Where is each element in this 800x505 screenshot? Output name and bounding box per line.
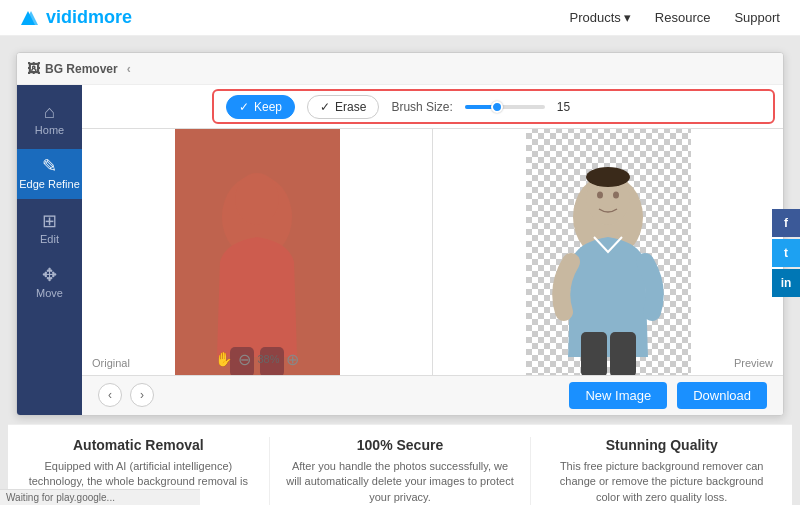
keep-button[interactable]: ✓ Keep [226,95,295,119]
feature-automatic-title: Automatic Removal [24,437,253,453]
nav-arrows: ‹ › [98,383,154,407]
home-icon: ⌂ [44,103,55,121]
social-bar: f t in [772,209,800,297]
logo: vididmore [20,7,132,29]
erase-button[interactable]: ✓ Erase [307,95,379,119]
main-inner: ⌂ Home ✎ Edge Refine ⊞ Edit ✥ Move [17,85,783,415]
facebook-button[interactable]: f [772,209,800,237]
logo-text: vididmore [46,7,132,28]
chevron-down-icon: ▾ [624,10,631,25]
original-image [175,129,340,375]
main-content: 🖼 BG Remover ‹ ⌂ Home ✎ Edge Refine [0,36,800,505]
back-icon: ‹ [127,62,131,76]
preview-label: Preview [734,357,773,369]
svg-point-10 [597,191,603,198]
feature-quality-desc: This free picture background remover can… [547,459,776,505]
header-nav: Products ▾ Resource Support [570,10,781,25]
edge-refine-icon: ✎ [42,157,57,175]
twitter-icon: t [784,246,788,260]
feature-quality: Stunning Quality This free picture backg… [531,437,792,505]
zoom-out-icon[interactable]: ⊖ [238,350,251,369]
linkedin-icon: in [781,276,792,290]
brush-slider-thumb [491,101,503,113]
sidebar-item-edit[interactable]: ⊞ Edit [17,204,82,253]
zoom-value: 38% [257,353,279,365]
sidebar-item-home[interactable]: ⌂ Home [17,95,82,144]
feature-secure-title: 100% Secure [286,437,515,453]
feature-secure: 100% Secure After you handle the photos … [270,437,532,505]
app-window: 🖼 BG Remover ‹ ⌂ Home ✎ Edge Refine [16,52,784,416]
original-panel: Original ✋ ⊖ 38% ⊕ [82,129,433,375]
erase-check-icon: ✓ [320,100,330,114]
linkedin-button[interactable]: in [772,269,800,297]
nav-resource[interactable]: Resource [655,10,711,25]
hand-icon[interactable]: ✋ [215,351,232,367]
bottom-bar: ‹ › New Image Download [82,375,783,415]
content-panel: ✓ Keep ✓ Erase Brush Size: [82,85,783,415]
svg-rect-13 [581,332,607,375]
prev-arrow-button[interactable]: ‹ [98,383,122,407]
next-arrow-button[interactable]: › [130,383,154,407]
canvas-area: Original ✋ ⊖ 38% ⊕ [82,129,783,375]
sidebar-item-edge-refine[interactable]: ✎ Edge Refine [17,149,82,199]
feature-quality-title: Stunning Quality [547,437,776,453]
check-icon: ✓ [239,100,249,114]
logo-icon [20,7,42,29]
twitter-button[interactable]: t [772,239,800,267]
brush-slider[interactable] [465,105,545,109]
original-label: Original [92,357,130,369]
status-bar: Waiting for play.google... [0,489,200,505]
svg-point-12 [586,167,630,187]
svg-rect-14 [610,332,636,375]
image-icon: 🖼 [27,61,40,76]
action-buttons: New Image Download [569,382,767,409]
move-icon: ✥ [42,266,57,284]
download-button[interactable]: Download [677,382,767,409]
bg-remover-label: 🖼 BG Remover ‹ [17,53,783,85]
nav-support[interactable]: Support [734,10,780,25]
preview-panel: Preview [433,129,783,375]
facebook-icon: f [784,216,788,230]
edit-icon: ⊞ [42,212,57,230]
svg-point-11 [613,191,619,198]
sidebar: ⌂ Home ✎ Edge Refine ⊞ Edit ✥ Move [17,85,82,415]
sidebar-item-move[interactable]: ✥ Move [17,258,82,307]
svg-rect-7 [175,129,340,375]
toolbar: ✓ Keep ✓ Erase Brush Size: [82,85,783,129]
feature-secure-desc: After you handle the photos successfully… [286,459,515,505]
brush-value: 15 [557,100,577,114]
new-image-button[interactable]: New Image [569,382,667,409]
zoom-in-icon[interactable]: ⊕ [286,350,299,369]
brush-slider-container [465,105,545,109]
nav-products[interactable]: Products ▾ [570,10,631,25]
brush-size-label: Brush Size: [391,100,452,114]
header: vididmore Products ▾ Resource Support [0,0,800,36]
preview-image [526,129,691,375]
